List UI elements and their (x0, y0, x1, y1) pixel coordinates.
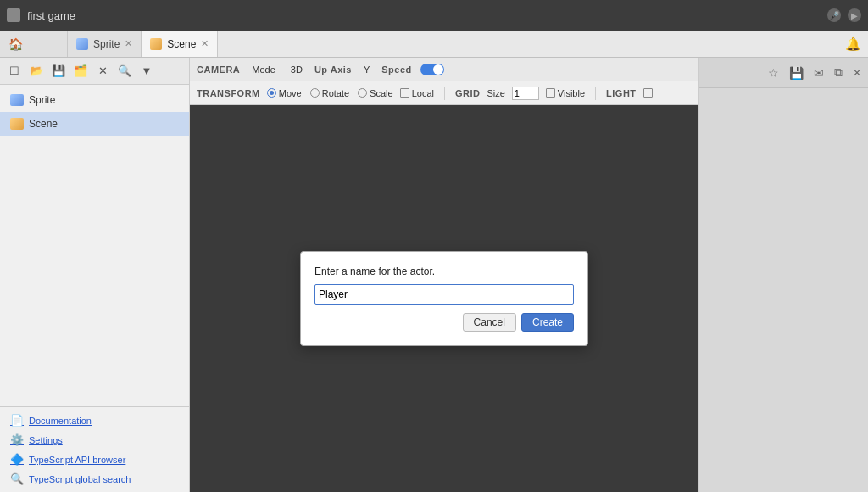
sidebar-items: Sprite Scene (0, 85, 189, 406)
play-icon: ▶ (851, 11, 858, 20)
main-layout: ☐ 📂 💾 🗂️ ✕ 🔍 ▼ Sprite (0, 58, 868, 492)
separator-1 (444, 87, 445, 100)
move-radio-circle (267, 88, 276, 98)
sprite-tab-label: Sprite (93, 38, 120, 50)
visible-checkbox-box (546, 88, 555, 98)
sidebar: ☐ 📂 💾 🗂️ ✕ 🔍 ▼ Sprite (0, 58, 190, 492)
camera-toolbar: CAMERA Mode 3D Up Axis Y Speed (190, 58, 698, 81)
speed-toggle-track[interactable] (420, 64, 444, 75)
search-button[interactable]: 🔍 (115, 62, 134, 81)
sidebar-footer: 📄 Documentation ⚙️ Settings 🔷 TypeScript… (0, 406, 189, 492)
dialog-buttons: Cancel Create (314, 313, 574, 332)
docs-icon: 📄 (10, 414, 24, 427)
star-icon[interactable]: ☆ (768, 66, 779, 80)
tab-scene[interactable]: Scene ✕ (142, 31, 218, 57)
mic-icon: 🎤 (829, 11, 839, 20)
visible-checkbox[interactable]: Visible (546, 88, 585, 98)
dialog-prompt: Enter a name for the actor. (314, 266, 574, 277)
rotate-radio[interactable]: Rotate (310, 88, 349, 98)
title-controls: 🎤 ▶ (827, 8, 861, 22)
speed-toggle[interactable] (420, 64, 444, 75)
ts-api-link[interactable]: 🔷 TypeScript API browser (10, 453, 179, 466)
right-panel-top: ☆ 💾 ✉ ⧉ ✕ (699, 58, 868, 88)
transform-toolbar: TRANSFORM Move Rotate Scale Local (190, 81, 698, 105)
grid-size-input[interactable] (512, 87, 539, 100)
cancel-button[interactable]: Cancel (463, 313, 516, 332)
search-icon: 🔍 (118, 64, 131, 77)
dialog-box: Enter a name for the actor. Cancel Creat… (300, 251, 588, 346)
tabs-row: 🏠 Sprite ✕ Scene ✕ 🔔 (0, 31, 868, 58)
save-file-icon: 💾 (52, 64, 65, 77)
right-panel-close[interactable]: ✕ (853, 67, 861, 79)
tabs-right-area: 🔔 (838, 31, 868, 57)
filter-icon: ▼ (142, 64, 153, 77)
scale-label: Scale (370, 88, 393, 98)
mode-3d-button[interactable]: 3D (287, 64, 306, 75)
delete-button[interactable]: ✕ (93, 62, 112, 81)
mail-icon[interactable]: ✉ (814, 66, 824, 80)
camera-label: CAMERA (197, 64, 240, 75)
scene-icon (10, 118, 24, 130)
ts-api-label: TypeScript API browser (29, 455, 125, 465)
light-label: LIGHT (606, 88, 637, 98)
visible-label: Visible (558, 88, 585, 98)
up-axis-label: Up Axis (314, 64, 352, 75)
notification-bell-icon[interactable]: 🔔 (845, 36, 861, 52)
up-axis-value[interactable]: Y (360, 64, 373, 75)
create-button[interactable]: Create (521, 313, 574, 332)
mode-button[interactable]: Mode (248, 64, 279, 75)
speed-toggle-thumb (433, 64, 443, 75)
home-icon: 🏠 (8, 37, 23, 51)
move-label: Move (279, 88, 302, 98)
rotate-label: Rotate (322, 88, 349, 98)
save-file-button[interactable]: 💾 (49, 62, 68, 81)
ts-global-link[interactable]: 🔍 TypeScript global search (10, 472, 179, 485)
rotate-radio-circle (310, 88, 320, 98)
actor-name-input[interactable] (314, 284, 574, 305)
tab-home[interactable]: 🏠 (0, 31, 68, 57)
settings-icon: ⚙️ (10, 433, 24, 446)
light-checkbox[interactable] (643, 88, 653, 98)
sprite-tab-close[interactable]: ✕ (125, 38, 132, 49)
sidebar-toolbar: ☐ 📂 💾 🗂️ ✕ 🔍 ▼ (0, 58, 189, 85)
app-title: first game (27, 9, 821, 22)
save-panel-icon[interactable]: 💾 (789, 66, 804, 80)
transform-radio-group: Move Rotate Scale (267, 88, 393, 98)
local-checkbox-box (400, 88, 409, 98)
ts-global-icon: 🔍 (10, 472, 24, 485)
light-checkbox-box (643, 88, 653, 98)
play-button[interactable]: ▶ (848, 8, 861, 22)
ts-global-label: TypeScript global search (29, 474, 131, 484)
sprite-icon (10, 94, 24, 106)
title-bar: first game 🎤 ▶ (0, 0, 868, 31)
grid-label: GRID (455, 88, 481, 98)
scale-radio-circle (358, 88, 367, 98)
sidebar-item-scene[interactable]: Scene (0, 112, 189, 136)
tab-sprite[interactable]: Sprite ✕ (68, 31, 142, 57)
transform-label: TRANSFORM (197, 88, 260, 98)
new-file-button[interactable]: ☐ (5, 62, 24, 81)
ts-api-icon: 🔷 (10, 453, 24, 466)
speed-label: Speed (381, 64, 412, 75)
scene-tab-icon (150, 38, 162, 50)
docs-label: Documentation (29, 416, 92, 426)
move-radio[interactable]: Move (267, 88, 302, 98)
new-folder-icon: 🗂️ (74, 64, 87, 77)
scene-tab-close[interactable]: ✕ (201, 38, 209, 49)
separator-2 (595, 87, 596, 100)
open-file-button[interactable]: 📂 (27, 62, 46, 81)
dialog-overlay: Enter a name for the actor. Cancel Creat… (190, 105, 698, 492)
mic-button[interactable]: 🎤 (827, 8, 841, 22)
new-folder-button[interactable]: 🗂️ (71, 62, 90, 81)
settings-link[interactable]: ⚙️ Settings (10, 433, 179, 446)
open-file-icon: 📂 (30, 64, 43, 77)
local-checkbox[interactable]: Local (400, 88, 434, 98)
scene-viewport[interactable]: Enter a name for the actor. Cancel Creat… (190, 105, 698, 492)
sidebar-item-sprite[interactable]: Sprite (0, 88, 189, 112)
copy-icon[interactable]: ⧉ (834, 65, 843, 80)
scale-radio[interactable]: Scale (358, 88, 393, 98)
content-area: CAMERA Mode 3D Up Axis Y Speed TRANSFORM… (190, 58, 698, 492)
sidebar-scene-label: Scene (29, 118, 58, 130)
filter-button[interactable]: ▼ (137, 62, 156, 81)
docs-link[interactable]: 📄 Documentation (10, 414, 179, 427)
